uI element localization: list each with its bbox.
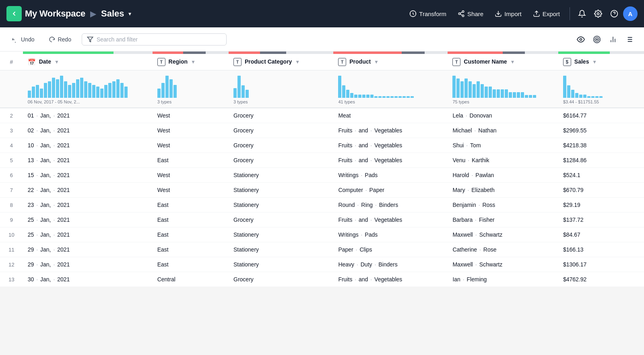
sales-sort-icon[interactable]: ▼ xyxy=(592,59,597,65)
table-row[interactable]: 1229 · Jan, · 2021EastStationeryHeavy · … xyxy=(0,257,644,272)
col-header-custname[interactable]: T Customer Name ▼ xyxy=(448,54,558,70)
sales-label: Sales xyxy=(101,8,124,19)
breadcrumb-sep: ▶ xyxy=(90,9,96,19)
import-button[interactable]: Import xyxy=(490,8,526,20)
summary-row: 06 Nov, 2017 - 05 Nov, 2... 3 types 3 ty… xyxy=(0,70,644,108)
product-mini-chart xyxy=(338,74,443,98)
transform-button[interactable]: Transform xyxy=(405,8,451,20)
table-row[interactable]: 1330 · Jan, · 2021CentralGroceryFruits ·… xyxy=(0,272,644,287)
settings-button[interactable] xyxy=(591,6,605,21)
export-button[interactable]: Export xyxy=(528,8,565,20)
summary-date: 06 Nov, 2017 - 05 Nov, 2... xyxy=(23,70,153,108)
workspace-label: My Workspace xyxy=(25,8,85,19)
region-mini-chart xyxy=(157,74,224,98)
toolbar: Undo Redo Search and filter xyxy=(0,27,644,52)
view-toggle-button[interactable] xyxy=(574,33,588,46)
sales-mini-chart xyxy=(563,74,639,98)
table-row[interactable]: 302 · Jan, · 2021WestGroceryFruits · and… xyxy=(0,123,644,138)
summary-prodcat: 3 types xyxy=(229,70,333,108)
target-button[interactable] xyxy=(590,33,604,46)
table-row[interactable]: 615 · Jan, · 2021WestStationeryWritings … xyxy=(0,168,644,183)
nav-divider xyxy=(570,7,570,20)
summary-product: 41 types xyxy=(333,70,448,108)
redo-button[interactable]: Redo xyxy=(45,34,75,45)
col-header-prodcat[interactable]: T Product Category ▼ xyxy=(229,54,333,70)
dollar-type-icon: $ xyxy=(563,58,571,66)
col-header-sales[interactable]: $ Sales ▼ xyxy=(558,54,644,70)
svg-line-5 xyxy=(460,12,462,13)
col-header-product[interactable]: T Product ▼ xyxy=(333,54,448,70)
custname-mini-chart xyxy=(452,74,553,98)
svg-point-3 xyxy=(462,15,464,17)
svg-point-1 xyxy=(462,11,464,13)
summary-region: 3 types xyxy=(153,70,229,108)
svg-line-4 xyxy=(460,14,462,15)
col-header-num: # xyxy=(0,54,23,70)
text-type-icon-prodcat: T xyxy=(233,58,242,66)
notifications-button[interactable] xyxy=(575,6,589,21)
svg-point-12 xyxy=(580,38,582,40)
text-type-icon-product: T xyxy=(338,58,346,66)
top-nav: My Workspace ▶ Sales ▾ Transform Share I… xyxy=(0,0,644,27)
user-avatar[interactable]: A xyxy=(623,6,638,21)
table-row[interactable]: 410 · Jan, · 2021WestGroceryFruits · and… xyxy=(0,138,644,153)
date-mini-chart xyxy=(28,74,148,98)
table-row[interactable]: 201 · Jan, · 2021WestGroceryMeatLela · D… xyxy=(0,108,644,123)
undo-button[interactable]: Undo xyxy=(8,34,38,45)
search-bar[interactable]: Search and filter xyxy=(82,33,227,45)
svg-point-14 xyxy=(595,37,599,41)
grid-button[interactable] xyxy=(622,33,636,46)
data-table: # 📅 Date ▼ T Region ▼ T Product Category… xyxy=(0,52,644,287)
toolbar-right xyxy=(574,33,636,46)
help-button[interactable] xyxy=(607,6,621,21)
data-table-wrapper: # 📅 Date ▼ T Region ▼ T Product Category… xyxy=(0,52,644,287)
svg-point-2 xyxy=(458,13,460,15)
svg-point-8 xyxy=(597,13,599,15)
table-row[interactable]: 1025 · Jan, · 2021EastStationeryWritings… xyxy=(0,227,644,242)
date-sort-icon[interactable]: ▼ xyxy=(54,59,59,65)
chart-button[interactable] xyxy=(606,33,620,46)
prodcat-mini-chart xyxy=(233,74,328,98)
svg-point-15 xyxy=(596,39,597,40)
text-type-icon-custname: T xyxy=(452,58,460,66)
table-row[interactable]: 513 · Jan, · 2021EastGroceryFruits · and… xyxy=(0,153,644,168)
svg-point-13 xyxy=(594,36,601,43)
product-sort-icon[interactable]: ▼ xyxy=(374,59,379,65)
col-header-date[interactable]: 📅 Date ▼ xyxy=(23,54,153,70)
col-header-region[interactable]: T Region ▼ xyxy=(153,54,229,70)
header-row: # 📅 Date ▼ T Region ▼ T Product Category… xyxy=(0,54,644,70)
svg-marker-11 xyxy=(87,37,93,42)
nav-actions: Transform Share Import Export A xyxy=(405,6,638,21)
summary-num xyxy=(0,70,23,108)
table-row[interactable]: 823 · Jan, · 2021EastStationeryRound · R… xyxy=(0,198,644,213)
custname-sort-icon[interactable]: ▼ xyxy=(510,59,515,65)
search-placeholder: Search and filter xyxy=(97,36,138,43)
prodcat-sort-icon[interactable]: ▼ xyxy=(295,59,300,65)
table-row[interactable]: 925 · Jan, · 2021EastGroceryFruits · and… xyxy=(0,213,644,227)
table-row[interactable]: 722 · Jan, · 2021WestStationeryComputer … xyxy=(0,183,644,198)
calendar-icon: 📅 xyxy=(28,58,36,66)
summary-sales: $3.44 - $11751.55 xyxy=(558,70,644,108)
sales-dropdown-icon[interactable]: ▾ xyxy=(128,10,131,17)
back-button[interactable] xyxy=(6,6,22,21)
text-type-icon-region: T xyxy=(157,58,165,66)
table-row[interactable]: 1129 · Jan, · 2021EastStationeryPaper · … xyxy=(0,242,644,257)
summary-custname: 75 types xyxy=(448,70,558,108)
region-sort-icon[interactable]: ▼ xyxy=(191,59,196,65)
share-button[interactable]: Share xyxy=(453,8,488,20)
